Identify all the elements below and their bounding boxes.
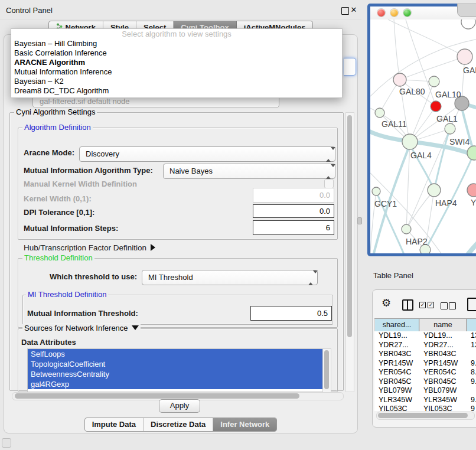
network-node-y[interactable] (467, 184, 476, 197)
algorithm-option-bayesian-hill-climbing[interactable]: Bayesian – Hill Climbing (11, 39, 342, 48)
tab-impute-data[interactable]: Impute Data (85, 418, 144, 431)
table-row[interactable]: YBL079WYBL079W (374, 386, 476, 396)
traffic-light-minimize-icon[interactable] (390, 9, 398, 17)
network-node-hap2[interactable] (402, 224, 411, 234)
stepper-icon (308, 273, 313, 282)
aracne-mode-value: Discovery (86, 149, 119, 158)
checkbox-checked-icon[interactable]: ✓ (428, 302, 434, 308)
column-header-shared[interactable]: shared... (374, 319, 419, 331)
table-cell: YDL19... (374, 331, 419, 341)
mi-steps-field[interactable] (253, 220, 334, 235)
table-cell: YPR145W (419, 359, 467, 369)
algorithm-option-mutual-information-inference[interactable]: Mutual Information Inference (11, 67, 342, 77)
table-row[interactable]: YDR27...YDR27...12 (374, 341, 476, 350)
checkbox-checked-icon[interactable]: ✓ (419, 302, 426, 308)
attribute-item-betweennesscentrality[interactable]: BetweennessCentrality (28, 369, 323, 379)
tab-impute-data-label: Impute Data (92, 420, 136, 429)
table-row[interactable]: YER054CYER054C8. (374, 368, 476, 377)
algorithm-option-dream8-dc-tdc-algorithm[interactable]: Dream8 DC_TDC Algorithm (11, 86, 342, 96)
table-horizontal-scrollbar[interactable] (376, 412, 475, 420)
apply-button[interactable]: Apply (159, 399, 200, 413)
table-cell: YBL079W (419, 386, 467, 396)
network-node-swi4[interactable] (445, 123, 455, 134)
column-header-cut[interactable] (467, 319, 476, 331)
network-node-gal1[interactable] (431, 101, 441, 112)
settings-vertical-scrollbar[interactable] (345, 112, 354, 392)
document-icon[interactable] (467, 298, 476, 311)
network-canvas[interactable]: GALGAL80GAL10GAL1GAL11SWI4GAL4GCY1HAP4YH… (370, 19, 476, 253)
table-cell: YDL19... (419, 331, 467, 341)
table-cell (467, 350, 476, 359)
network-node-gal[interactable] (457, 49, 472, 64)
collapsed-arrow-icon[interactable] (151, 244, 155, 251)
mi-threshold-field[interactable] (250, 306, 332, 321)
table-cell: YBR043C (374, 350, 419, 359)
collapsed-panel-icon[interactable] (2, 438, 11, 448)
network-node-gal80[interactable] (393, 73, 406, 86)
bottom-tabbar: Impute DataDiscretize DataInfer Network (0, 418, 361, 432)
column-header-name[interactable]: name (419, 319, 467, 331)
network-node[interactable] (467, 146, 476, 160)
table-cell: YIL053C (374, 405, 419, 411)
manual-kernel-label: Manual Kernel Width Definition (24, 180, 137, 188)
node-label-swi4: SWI4 (449, 137, 470, 146)
aracne-mode-combobox[interactable]: Discovery (79, 146, 335, 162)
network-node[interactable] (461, 19, 475, 29)
which-threshold-combobox[interactable]: MI Threshold (142, 270, 318, 285)
network-node-gal11[interactable] (375, 108, 384, 118)
table-row[interactable]: YPR145WYPR145W9. (374, 359, 476, 369)
mi-steps-label: Mutual Information Steps: (24, 224, 118, 233)
kernel-width-field[interactable] (253, 188, 334, 203)
table-row[interactable]: YBR043CYBR043C (374, 350, 476, 359)
table-cell: 9. (467, 359, 476, 369)
table-cell: YLR345W (374, 396, 419, 405)
traffic-light-close-icon[interactable] (377, 9, 385, 17)
checkbox-unchecked-icon[interactable] (449, 302, 456, 309)
hub-definition-row[interactable]: Hub/Transcription Factor Definition (24, 243, 155, 252)
algorithm-option-basic-correlation-inference[interactable]: Basic Correlation Inference (11, 48, 342, 58)
node-label-gal11: GAL11 (382, 119, 407, 129)
tab-discretize-data[interactable]: Discretize Data (144, 418, 213, 431)
algorithm-option-aracne-algorithm[interactable]: ARACNE Algorithm (11, 58, 342, 67)
node-label-hap4: HAP4 (435, 198, 457, 208)
manual-kernel-checkbox[interactable] (324, 179, 334, 188)
algorithm-dropdown-popup: Select algorithm to view settings Bayesi… (11, 28, 343, 98)
algorithm-dropdown-placeholder: Select algorithm to view settings (11, 29, 342, 39)
table-row[interactable]: YIL053CYIL053C9 (374, 405, 476, 411)
expanded-arrow-icon[interactable] (132, 325, 139, 330)
attribute-item-topologicalcoefficient[interactable]: TopologicalCoefficient (28, 359, 323, 369)
gear-icon[interactable]: ⚙ (382, 297, 391, 309)
table-cell: 9 (467, 405, 476, 411)
attribute-item-gal4rgexp[interactable]: gal4RGexp (28, 379, 323, 389)
table-cell: YDR27... (374, 341, 419, 350)
mi-type-combobox[interactable]: Naive Bayes (163, 164, 335, 179)
mi-type-value: Naive Bayes (169, 167, 213, 175)
data-attributes-label: Data Attributes (21, 338, 76, 347)
attribute-item-selfloops[interactable]: SelfLoops (28, 349, 323, 359)
checkbox-unchecked-icon[interactable] (441, 302, 448, 309)
dpi-tolerance-field[interactable] (253, 204, 334, 218)
algorithm-option-bayesian-k2[interactable]: Bayesian – K2 (11, 77, 342, 86)
data-attributes-list[interactable]: SelfLoopsTopologicalCoefficientBetweenne… (27, 348, 324, 392)
close-icon[interactable]: ✕ (350, 5, 358, 15)
traffic-light-zoom-icon[interactable] (403, 9, 411, 17)
focused-combo-fragment[interactable] (344, 58, 356, 76)
sources-group-title[interactable]: Sources for Network Inference (22, 324, 141, 332)
table-cell: YBR045C (374, 377, 419, 387)
control-panel-title: Control Panel (6, 6, 53, 15)
network-node-gcy1[interactable] (372, 187, 380, 195)
tab-infer-network[interactable]: Infer Network (213, 418, 276, 431)
which-threshold-value: MI Threshold (148, 273, 193, 282)
table-row[interactable]: YDL19...YDL19...13 (374, 331, 476, 341)
network-node-hap4[interactable] (428, 184, 441, 197)
table-rows: YDL19...YDL19...13YDR27...YDR27...12YBR0… (374, 331, 476, 411)
network-node-gal4[interactable] (402, 134, 418, 149)
float-window-icon[interactable] (341, 7, 349, 15)
columns-icon[interactable] (402, 299, 413, 311)
attributes-scrollbar[interactable] (322, 348, 331, 393)
tab-discretize-data-label: Discretize Data (151, 420, 206, 429)
panel-splitter-handle[interactable] (357, 217, 362, 224)
table-row[interactable]: YBR045CYBR045C9. (374, 377, 476, 387)
network-node-gal10[interactable] (429, 76, 439, 87)
table-row[interactable]: YLR345WYLR345W9. (374, 396, 476, 405)
